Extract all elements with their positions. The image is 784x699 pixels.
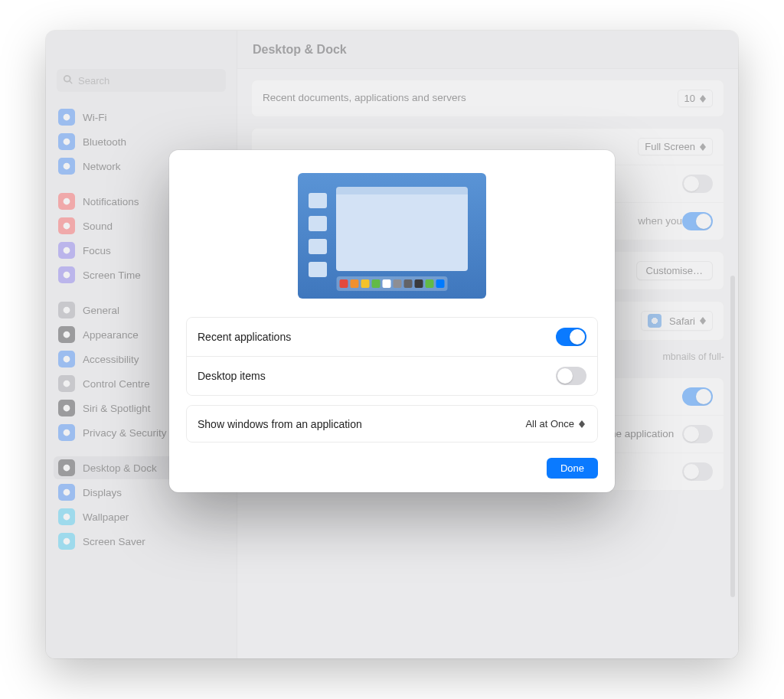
svg-point-0	[64, 114, 70, 121]
recent-docs-label: Recent documents, applications and serve…	[263, 91, 678, 105]
svg-point-6	[64, 272, 70, 279]
svg-point-4	[64, 223, 70, 230]
modal-showwindows-group: Show windows from an application All at …	[186, 405, 598, 443]
svg-point-7	[64, 307, 70, 314]
sidebar-item-label: Privacy & Security	[83, 427, 167, 439]
sidebar-icon	[58, 400, 75, 416]
customise-button[interactable]: Customise…	[636, 261, 713, 280]
sidebar-icon	[58, 217, 75, 234]
show-windows-label: Show windows from an application	[198, 418, 362, 430]
chevron-updown-icon	[579, 420, 585, 428]
sidebar-item-label: Screen Saver	[83, 536, 145, 547]
sidebar-icon	[58, 351, 75, 367]
browser-popup[interactable]: Safari	[641, 311, 713, 331]
sidebar-item-wallpaper[interactable]: Wallpaper	[54, 505, 229, 528]
sidebar-item-label: Wallpaper	[83, 511, 129, 523]
sidebar-icon	[58, 158, 75, 175]
sidebar-item-label: Displays	[83, 487, 122, 498]
sidebar-icon	[58, 302, 75, 318]
svg-point-14	[64, 489, 70, 496]
sidebar-item-label: General	[83, 305, 119, 316]
sidebar-icon	[58, 326, 75, 343]
recent-docs-stepper[interactable]: 10	[678, 90, 713, 107]
chevron-updown-icon	[700, 317, 706, 325]
toggle-off[interactable]	[682, 175, 713, 193]
sidebar-item-label: Notifications	[83, 196, 139, 207]
sidebar-icon	[58, 508, 75, 525]
sidebar-item-label: Desktop & Dock	[83, 462, 157, 474]
toggle-on[interactable]	[682, 212, 713, 230]
recent-apps-label: Recent applications	[198, 331, 291, 343]
sidebar-item-label: Siri & Spotlight	[83, 403, 151, 414]
settings-group: Recent documents, applications and serve…	[251, 80, 724, 117]
desktop-items-toggle[interactable]	[556, 367, 586, 385]
svg-point-11	[64, 405, 70, 412]
svg-point-1	[64, 139, 70, 145]
fullscreen-popup[interactable]: Full Screen	[638, 138, 713, 155]
svg-point-3	[64, 198, 70, 205]
chevron-updown-icon	[700, 143, 706, 151]
sidebar-item-label: Control Centre	[83, 378, 150, 390]
recent-apps-row: Recent applications	[187, 318, 597, 357]
group-windows-toggle[interactable]	[682, 462, 713, 481]
scrollbar[interactable]	[730, 276, 735, 597]
sidebar-item-screen-saver[interactable]: Screen Saver	[54, 530, 229, 553]
search-input[interactable]: Search	[57, 69, 226, 92]
sidebar-icon	[58, 242, 75, 259]
sidebar-icon	[58, 459, 75, 476]
show-windows-popup[interactable]: All at Once	[519, 416, 586, 432]
sidebar-icon	[58, 424, 75, 441]
svg-point-12	[64, 430, 70, 436]
dock-illustration	[298, 173, 486, 299]
sidebar-item-label: Bluetooth	[83, 136, 126, 148]
desktop-items-row: Desktop items	[187, 357, 597, 395]
sidebar-icon	[58, 133, 75, 150]
done-button[interactable]: Done	[547, 458, 598, 479]
show-windows-row: Show windows from an application All at …	[187, 406, 597, 442]
sidebar-item-label: Appearance	[83, 329, 139, 341]
modal-footer: Done	[186, 458, 598, 479]
svg-point-9	[64, 356, 70, 363]
sidebar-icon	[58, 533, 75, 550]
svg-point-5	[64, 247, 70, 254]
svg-point-2	[64, 163, 70, 170]
svg-point-13	[64, 465, 70, 472]
svg-point-10	[64, 381, 70, 387]
sidebar-icon	[58, 375, 75, 392]
search-icon	[63, 74, 78, 87]
svg-point-8	[64, 332, 70, 338]
sidebar-item-label: Accessibility	[83, 354, 139, 365]
modal-options-group: Recent applications Desktop items	[186, 317, 598, 396]
sidebar-icon	[58, 484, 75, 501]
switch-space-toggle[interactable]	[682, 425, 713, 443]
mission-control-options-sheet: Recent applications Desktop items Show w…	[169, 150, 615, 492]
sidebar-icon	[58, 193, 75, 210]
sidebar-item-label: Sound	[83, 220, 113, 232]
auto-rearrange-toggle[interactable]	[682, 387, 713, 406]
svg-point-16	[64, 538, 70, 545]
sidebar-item-label: Wi-Fi	[83, 112, 106, 123]
desktop-items-label: Desktop items	[198, 370, 266, 382]
sidebar-icon	[58, 109, 75, 126]
sidebar-item-label: Network	[83, 161, 121, 172]
search-placeholder: Search	[78, 75, 109, 87]
sidebar-icon	[58, 266, 75, 283]
sidebar-item-wi-fi[interactable]: Wi-Fi	[54, 106, 229, 129]
stepper-updown-icon	[700, 95, 706, 103]
safari-icon	[648, 314, 662, 328]
page-title: Desktop & Dock	[237, 31, 738, 69]
svg-point-15	[64, 514, 70, 521]
sidebar-item-label: Focus	[83, 245, 111, 256]
sidebar-item-label: Screen Time	[83, 269, 141, 281]
recent-apps-toggle[interactable]	[556, 328, 586, 346]
recent-docs-row: Recent documents, applications and serve…	[252, 80, 724, 116]
